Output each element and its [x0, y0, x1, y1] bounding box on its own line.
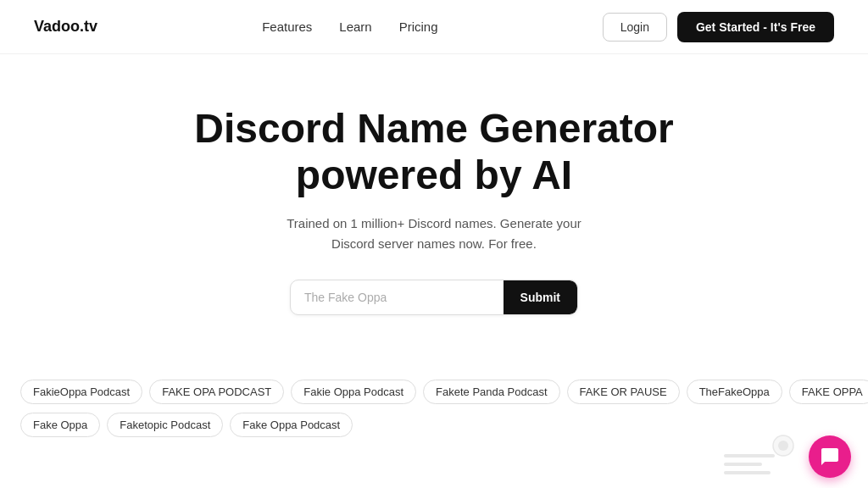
tag-item[interactable]: FAKE OPA PODCAST [149, 380, 284, 404]
hero-section: Discord Name Generator powered by AI Tra… [0, 54, 868, 341]
svg-point-4 [778, 441, 788, 451]
tag-item[interactable]: TheFakeOppa [687, 380, 782, 404]
tag-item[interactable]: FakieOppa Podcast [20, 380, 142, 404]
svg-rect-0 [724, 454, 775, 458]
search-input[interactable] [291, 280, 504, 314]
login-button[interactable]: Login [603, 13, 667, 42]
submit-button[interactable]: Submit [504, 280, 577, 314]
chat-bubble[interactable] [809, 435, 851, 478]
tags-row-1: FakieOppa PodcastFAKE OPA PODCASTFakie O… [20, 380, 848, 404]
svg-rect-1 [724, 463, 762, 466]
tag-item[interactable]: FAKE OR PAUSE [567, 380, 680, 404]
header-actions: Login Get Started - It's Free [603, 12, 834, 42]
chat-icon [820, 446, 840, 467]
tag-item[interactable]: Fakie Oppa Podcast [291, 380, 416, 404]
svg-rect-2 [724, 471, 771, 474]
tag-item[interactable]: Fakete Panda Podcast [423, 380, 560, 404]
logo[interactable]: Vadoo.tv [34, 18, 97, 36]
tag-item[interactable]: Fake Oppa Podcast [230, 413, 353, 437]
cta-button[interactable]: Get Started - It's Free [677, 12, 834, 42]
header: Vadoo.tv Features Learn Pricing Login Ge… [0, 0, 868, 54]
hero-title: Discord Name Generator powered by AI [194, 105, 674, 198]
tag-item[interactable]: Fake Oppa [20, 413, 100, 437]
nav: Features Learn Pricing [262, 19, 437, 34]
illustration [715, 429, 800, 488]
nav-features[interactable]: Features [262, 19, 312, 34]
hero-subtitle: Trained on 1 million+ Discord names. Gen… [273, 214, 595, 254]
tag-item[interactable]: Faketopic Podcast [107, 413, 223, 437]
tag-item[interactable]: FAKE OPPA [789, 380, 868, 404]
nav-learn[interactable]: Learn [339, 19, 371, 34]
search-bar: Submit [290, 280, 578, 315]
nav-pricing[interactable]: Pricing [399, 19, 438, 34]
